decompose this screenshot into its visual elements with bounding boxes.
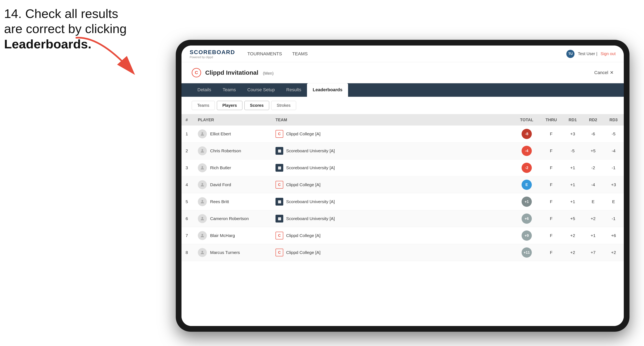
player-avatar <box>198 163 207 172</box>
svg-point-6 <box>202 217 203 219</box>
player-avatar <box>198 231 207 240</box>
cell-player: David Ford <box>194 176 272 193</box>
cell-player: Cameron Robertson <box>194 210 272 227</box>
player-avatar <box>198 146 207 155</box>
tablet-device: SCOREBOARD Powered by clippd TOURNAMENTS… <box>176 40 630 332</box>
player-avatar <box>198 197 207 206</box>
cell-pos: 2 <box>182 143 194 160</box>
player-avatar <box>198 248 207 257</box>
cell-rd1: +1 <box>562 193 583 210</box>
filter-scores[interactable]: Scores <box>244 101 269 110</box>
table-row: 2 Chris Robertson ▦ Scoreboard Universit… <box>182 143 624 160</box>
svg-point-8 <box>202 251 203 252</box>
top-navigation: SCOREBOARD Powered by clippd TOURNAMENTS… <box>182 45 624 62</box>
tablet-screen: SCOREBOARD Powered by clippd TOURNAMENTS… <box>182 45 624 326</box>
cell-rd3: E <box>603 193 624 210</box>
cell-team: C Clippd College [A] <box>272 126 514 143</box>
user-name: Test User | <box>578 51 597 56</box>
team-logo: C <box>276 130 283 138</box>
score-badge: -4 <box>522 146 532 156</box>
team-logo: C <box>276 181 283 189</box>
cell-pos: 4 <box>182 176 194 193</box>
cell-pos: 7 <box>182 227 194 244</box>
tab-teams[interactable]: Teams <box>217 83 242 97</box>
close-icon: ✕ <box>610 70 614 75</box>
score-badge: +11 <box>522 247 532 258</box>
cell-rd3: -1 <box>603 160 624 176</box>
col-rd3: RD3 <box>603 114 624 126</box>
cell-team: C Clippd College [A] <box>272 227 514 244</box>
cell-pos: 8 <box>182 244 194 261</box>
cell-rd2: -4 <box>583 176 603 193</box>
team-logo: ▦ <box>276 198 283 205</box>
team-logo: ▦ <box>276 215 283 222</box>
cell-rd1: +1 <box>562 176 583 193</box>
cell-thru: F <box>540 227 562 244</box>
signout-link[interactable]: Sign out <box>601 51 616 56</box>
tab-details[interactable]: Details <box>192 83 217 97</box>
logo-text: SCOREBOARD <box>190 49 235 55</box>
cell-rd1: +3 <box>562 126 583 143</box>
cell-team: C Clippd College [A] <box>272 244 514 261</box>
cell-thru: F <box>540 210 562 227</box>
cell-thru: F <box>540 193 562 210</box>
team-logo: C <box>276 232 283 239</box>
player-avatar <box>198 214 207 223</box>
logo-sub: Powered by clippd <box>190 55 235 59</box>
player-avatar <box>198 180 207 189</box>
cell-player: Chris Robertson <box>194 143 272 160</box>
cell-rd3: -5 <box>603 126 624 143</box>
tab-leaderboards[interactable]: Leaderboards <box>307 83 348 97</box>
cell-player: Marcus Turners <box>194 244 272 261</box>
cell-rd2: -2 <box>583 160 603 176</box>
cell-thru: F <box>540 143 562 160</box>
cell-team: ▦ Scoreboard University [A] <box>272 193 514 210</box>
cell-rd3: +2 <box>603 244 624 261</box>
cell-team: ▦ Scoreboard University [A] <box>272 210 514 227</box>
table-row: 1 Elliot Ebert C Clippd College [A] -8 F… <box>182 126 624 143</box>
col-rd2: RD2 <box>583 114 603 126</box>
cell-total: E <box>514 176 540 193</box>
table-row: 7 Blair McHarg C Clippd College [A] +9 F… <box>182 227 624 244</box>
cell-team: ▦ Scoreboard University [A] <box>272 143 514 160</box>
filter-players[interactable]: Players <box>217 101 242 110</box>
content-area: C Clippd Invitational (Men) Cancel ✕ Det… <box>182 62 624 326</box>
cell-total: +9 <box>514 227 540 244</box>
cell-rd3: -1 <box>603 210 624 227</box>
col-total: TOTAL <box>514 114 540 126</box>
cancel-button[interactable]: Cancel ✕ <box>594 70 614 75</box>
tournament-header: C Clippd Invitational (Men) Cancel ✕ <box>182 62 624 83</box>
team-logo: ▦ <box>276 164 283 172</box>
nav-tournaments[interactable]: TOURNAMENTS <box>247 51 282 57</box>
instruction-text: 14. Check all results are correct by cli… <box>4 6 127 52</box>
tab-course-setup[interactable]: Course Setup <box>242 83 280 97</box>
cell-player: Blair McHarg <box>194 227 272 244</box>
svg-point-7 <box>202 234 203 236</box>
filter-teams[interactable]: Teams <box>192 101 215 110</box>
col-pos: # <box>182 114 194 126</box>
filter-strokes[interactable]: Strokes <box>271 101 296 110</box>
score-badge: -2 <box>522 163 532 173</box>
cell-rd1: -5 <box>562 143 583 160</box>
logo: SCOREBOARD Powered by clippd <box>190 49 235 59</box>
cell-player: Elliot Ebert <box>194 126 272 143</box>
table-row: 5 Rees Britt ▦ Scoreboard University [A]… <box>182 193 624 210</box>
col-player: PLAYER <box>194 114 272 126</box>
col-thru: THRU <box>540 114 562 126</box>
tab-results[interactable]: Results <box>280 83 307 97</box>
cell-total: +6 <box>514 210 540 227</box>
cell-rd1: +2 <box>562 227 583 244</box>
nav-teams[interactable]: TEAMS <box>292 51 308 57</box>
cell-thru: F <box>540 160 562 176</box>
tournament-title: Clippd Invitational (Men) <box>205 69 594 76</box>
user-avatar: TU <box>566 50 574 58</box>
filter-bar: Teams Players Scores Strokes <box>182 97 624 114</box>
cell-rd3: -4 <box>603 143 624 160</box>
cell-total: +11 <box>514 244 540 261</box>
table-row: 6 Cameron Robertson ▦ Scoreboard Univers… <box>182 210 624 227</box>
table-header: # PLAYER TEAM TOTAL THRU RD1 RD2 RD3 <box>182 114 624 126</box>
score-badge: +1 <box>522 196 532 207</box>
team-logo: ▦ <box>276 147 283 155</box>
cell-thru: F <box>540 126 562 143</box>
cell-total: +1 <box>514 193 540 210</box>
